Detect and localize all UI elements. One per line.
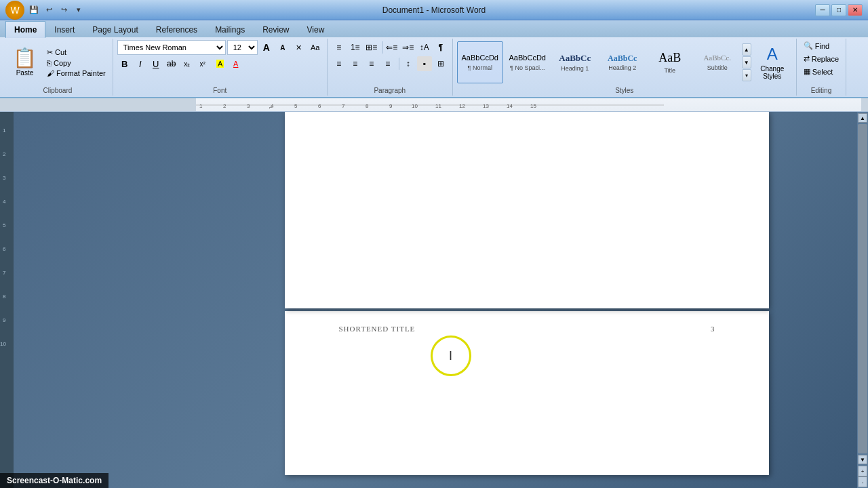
copy-button[interactable]: ⎘ Copy: [45, 58, 107, 68]
zoom-in-button[interactable]: +: [858, 466, 867, 476]
left-margin: 1 2 3 4 5 6 7 8 9 10: [0, 112, 196, 488]
vertical-scrollbar[interactable]: ▲ ▼ + -: [857, 112, 868, 488]
scroll-up-button[interactable]: ▲: [858, 113, 867, 123]
scroll-down-button[interactable]: ▼: [858, 455, 867, 464]
style-no-spacing[interactable]: AaBbCcDd ¶ No Spaci...: [505, 41, 551, 83]
tab-insert[interactable]: Insert: [45, 21, 83, 38]
font-grow-button[interactable]: A: [259, 40, 274, 55]
minimize-button[interactable]: ─: [815, 4, 830, 16]
subscript-button[interactable]: x₂: [180, 56, 195, 71]
ruler-left-margin: [0, 98, 196, 111]
tab-page-layout[interactable]: Page Layout: [83, 21, 146, 38]
bold-button[interactable]: B: [117, 56, 132, 71]
numbering-button[interactable]: 1≡: [348, 40, 363, 55]
scroll-thumb[interactable]: [858, 124, 867, 453]
clear-formatting-button[interactable]: ✕: [292, 40, 307, 55]
replace-button[interactable]: ⇄ Replace: [801, 53, 842, 64]
close-button[interactable]: ✕: [848, 4, 863, 16]
vertical-ruler: 1 2 3 4 5 6 7 8 9 10: [0, 112, 14, 488]
cut-button[interactable]: ✂ Cut: [45, 47, 107, 58]
style-heading2-preview: AaBbCc: [608, 54, 637, 63]
style-normal[interactable]: AaBbCcDd ¶ Normal: [457, 41, 503, 83]
font-name-row: Times New Roman 12 A A ✕ Aa: [117, 40, 323, 55]
borders-button[interactable]: ⊞: [433, 56, 448, 71]
style-normal-label: ¶ Normal: [468, 64, 492, 71]
change-case-button[interactable]: Aa: [308, 40, 323, 55]
show-hide-button[interactable]: ¶: [433, 40, 448, 55]
cursor-indicator: I: [431, 336, 471, 376]
sort-button[interactable]: ↕A: [417, 40, 432, 55]
paragraph-row2: ≡ ≡ ≡ ≡ ↕ ▪ ⊞: [332, 56, 448, 71]
select-button[interactable]: ▦ Select: [801, 66, 842, 77]
shading-button[interactable]: ▪: [417, 56, 432, 71]
strikethrough-button[interactable]: ab: [164, 56, 179, 71]
svg-text:6: 6: [318, 103, 321, 109]
save-button[interactable]: 💾: [27, 3, 41, 17]
align-right-button[interactable]: ≡: [364, 56, 379, 71]
office-button[interactable]: W: [5, 1, 24, 20]
page-1[interactable]: I: [285, 112, 769, 308]
style-heading1[interactable]: AaBbCc Heading 1: [552, 41, 598, 83]
find-icon: 🔍: [804, 41, 813, 50]
bullets-button[interactable]: ≡: [332, 40, 347, 55]
line-spacing-button[interactable]: ↕: [401, 56, 416, 71]
zoom-out-button[interactable]: -: [858, 476, 867, 487]
find-button[interactable]: 🔍 Find: [801, 40, 842, 52]
change-styles-button[interactable]: A ChangeStyles: [753, 41, 792, 83]
ribbon-tabs: Home Insert Page Layout References Maili…: [0, 20, 868, 37]
style-normal-preview: AaBbCcDd: [462, 54, 498, 62]
font-shrink-button[interactable]: A: [275, 40, 290, 55]
style-heading2[interactable]: AaBbCc Heading 2: [599, 41, 646, 83]
page-2-header-text: SHORTENED TITLE: [339, 325, 416, 333]
maximize-button[interactable]: □: [831, 4, 846, 16]
format-painter-icon: 🖌: [47, 69, 54, 77]
tab-home[interactable]: Home: [5, 21, 45, 38]
align-left-button[interactable]: ≡: [332, 56, 347, 71]
text-highlight-button[interactable]: A: [213, 56, 228, 71]
ruler-right-margin: [861, 98, 868, 111]
ribbon: Home Insert Page Layout References Maili…: [0, 20, 868, 98]
undo-button[interactable]: ↩: [42, 3, 56, 17]
editing-content: 🔍 Find ⇄ Replace ▦ Select: [801, 40, 842, 77]
select-icon: ▦: [804, 67, 810, 76]
ruler-active: 1 2 3 4 5 6 7 8 9 10 11 12 13 14 15 ⌐: [196, 98, 861, 111]
style-subtitle[interactable]: AaBbCc. Subtitle: [694, 41, 741, 83]
svg-text:8: 8: [3, 293, 6, 300]
font-group-content: Times New Roman 12 A A ✕ Aa B I U ab x₂: [117, 40, 323, 71]
tab-references[interactable]: References: [147, 21, 206, 38]
paste-button[interactable]: 📋 Paste: [7, 46, 43, 79]
styles-expand[interactable]: ▾: [742, 69, 751, 81]
svg-text:12: 12: [459, 103, 465, 109]
svg-text:3: 3: [247, 103, 250, 109]
font-group: Times New Roman 12 A A ✕ Aa B I U ab x₂: [113, 39, 328, 96]
superscript-button[interactable]: x²: [195, 56, 210, 71]
decrease-indent-button[interactable]: ⇐≡: [384, 40, 399, 55]
italic-button[interactable]: I: [133, 56, 148, 71]
styles-scroll-up[interactable]: ▲: [742, 43, 751, 56]
page-2[interactable]: SHORTENED TITLE 3: [285, 311, 769, 475]
justify-button[interactable]: ≡: [380, 56, 395, 71]
change-styles-label: ChangeStyles: [760, 65, 784, 80]
svg-text:6: 6: [3, 246, 6, 252]
clipboard-group: 📋 Paste ✂ Cut ⎘ Copy 🖌 Format Painter: [3, 39, 113, 96]
font-name-select[interactable]: Times New Roman: [117, 40, 226, 55]
increase-indent-button[interactable]: ⇒≡: [401, 40, 416, 55]
align-center-button[interactable]: ≡: [348, 56, 363, 71]
quick-access-dropdown[interactable]: ▾: [72, 3, 85, 17]
svg-text:10: 10: [0, 341, 6, 347]
style-title[interactable]: AaB Title: [647, 41, 693, 83]
tab-review[interactable]: Review: [254, 21, 298, 38]
svg-text:⌐: ⌐: [269, 104, 273, 110]
format-painter-button[interactable]: 🖌 Format Painter: [45, 68, 107, 78]
multilevel-button[interactable]: ⊞≡: [364, 40, 379, 55]
tab-view[interactable]: View: [298, 21, 334, 38]
font-color-button[interactable]: A: [229, 56, 243, 71]
redo-button[interactable]: ↪: [57, 3, 71, 17]
font-size-select[interactable]: 12: [227, 40, 258, 55]
page-2-content: [285, 340, 769, 475]
tab-mailings[interactable]: Mailings: [206, 21, 254, 38]
svg-text:1: 1: [3, 127, 6, 134]
styles-scroll-down[interactable]: ▼: [742, 56, 751, 68]
font-format-row: B I U ab x₂ x² A A: [117, 56, 323, 71]
underline-button[interactable]: U: [149, 56, 163, 71]
